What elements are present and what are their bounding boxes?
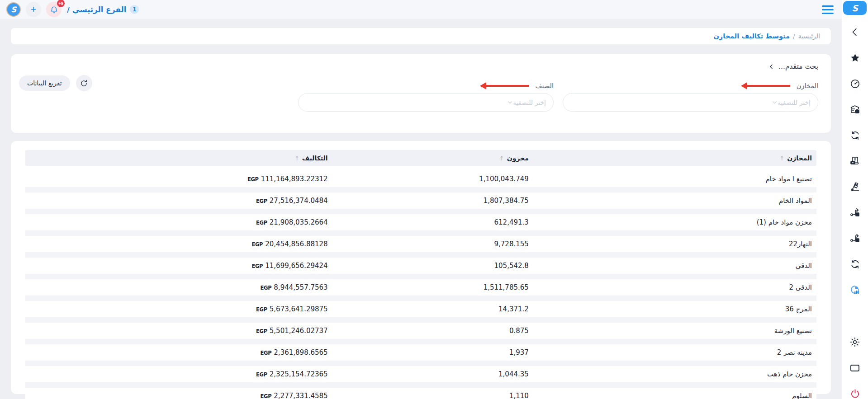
chevron-left-icon — [768, 64, 774, 70]
advanced-search-label: بحث متقدم... — [778, 62, 818, 70]
cost-value: EGP111,164,893.22312 — [25, 175, 332, 183]
table-header-row: المخازن ↑ مخزون ↑ التكاليف ↑ — [25, 150, 816, 166]
table-row[interactable]: المواد الخام 1,807,384.75 EGP27,516,374.… — [25, 192, 816, 209]
currency-label: EGP — [256, 198, 267, 204]
collapse-chevron-icon[interactable] — [849, 27, 860, 38]
sort-up-icon: ↑ — [499, 155, 504, 162]
warehouse-name: تصنيع الورشة — [533, 327, 816, 335]
add-button[interactable]: + — [26, 2, 41, 17]
advanced-search-toggle[interactable]: بحث متقدم... — [24, 62, 818, 70]
currency-label: EGP — [251, 241, 263, 248]
warehouse-name: مخزن خام ذهب — [533, 370, 816, 378]
cost-value: EGP21,908,035.2664 — [25, 218, 332, 226]
stock-value: 105,542.8 — [332, 262, 533, 270]
warehouses-filter-label: المخازن — [797, 82, 818, 89]
sort-up-icon: ↑ — [294, 155, 299, 162]
breadcrumb-separator: / — [793, 33, 795, 40]
annotation-arrow-icon — [747, 85, 790, 87]
warehouse-name: الدقى 2 — [533, 283, 816, 291]
select-placeholder: إختر للتصفية — [513, 99, 546, 106]
table-row[interactable]: مخزن خام ذهب 1,044.35 EGP2,325,154.72365 — [25, 366, 816, 382]
currency-label: EGP — [261, 393, 272, 399]
table-row[interactable]: مدينه نصر 2 1,937 EGP2,361,898.6565 — [25, 344, 816, 361]
cost-number: 111,164,893.22312 — [261, 175, 328, 183]
table-row[interactable]: تصنيع ا مواد خام 1,100,043.749 EGP111,16… — [25, 171, 816, 187]
annotation-arrow-icon — [486, 85, 529, 87]
stock-value: 1,511,785.65 — [332, 283, 533, 291]
filter-labels-row: المخازن الصنف — [24, 82, 818, 89]
table-row[interactable]: السلوم 1,110 EGP2,277,331.4585 — [25, 388, 816, 399]
cost-value: EGP20,454,856.88128 — [25, 240, 332, 248]
stock-value: 0.875 — [332, 327, 533, 335]
table-row[interactable]: المرج 36 14,371.2 EGP5,673,641.29875 — [25, 301, 816, 317]
warehouse-briefcase-icon[interactable] — [849, 104, 860, 115]
item-filter-label: الصنف — [536, 82, 554, 89]
select-placeholder: إختر للتصفية — [778, 99, 811, 106]
notification-count-badge: +9 — [57, 0, 65, 7]
refresh-icon — [80, 80, 88, 87]
cost-number: 2,361,898.6565 — [274, 348, 327, 357]
branch-breadcrumb[interactable]: 1 الفرع الرئيسي / — [67, 5, 139, 14]
cost-number: 8,944,557.7563 — [274, 283, 327, 291]
table-row[interactable]: تصنيع الورشة 0.875 EGP5,501,246.02737 — [25, 323, 816, 339]
filter-selects-row: إختر للتصفية إختر للتصفية — [24, 93, 818, 112]
column-header-stock[interactable]: مخزون ↑ — [332, 155, 533, 162]
refresh-button[interactable] — [76, 75, 92, 91]
warehouse-name: النهار22 — [533, 240, 816, 248]
cost-value: EGP5,501,246.02737 — [25, 327, 332, 335]
warehouse-name: تصنيع ا مواد خام — [533, 175, 816, 183]
table-row[interactable]: النهار22 9,728.155 EGP20,454,856.88128 — [25, 236, 816, 252]
breadcrumb-home-link[interactable]: الرئيسية — [798, 33, 820, 40]
cost-value: EGP8,944,557.7563 — [25, 283, 332, 291]
column-header-costs[interactable]: التكاليف ↑ — [25, 155, 332, 162]
currency-label: EGP — [247, 176, 259, 183]
warehouse-name: مدينه نصر 2 — [533, 348, 816, 357]
item-filter-select[interactable]: إختر للتصفية — [298, 93, 554, 112]
currency-label: EGP — [261, 350, 272, 356]
warehouse-name: المواد الخام — [533, 197, 816, 205]
header-label: التكاليف — [302, 155, 328, 162]
notifications-button[interactable]: +9 — [46, 2, 62, 17]
table-row[interactable]: الدقى 105,542.8 EGP11,699,656.29424 — [25, 258, 816, 274]
cost-value: EGP2,361,898.6565 — [25, 348, 332, 357]
column-header-warehouses[interactable]: المخازن ↑ — [533, 155, 816, 162]
receipt-money-icon[interactable] — [849, 155, 860, 166]
cost-value: EGP2,277,331.4585 — [25, 392, 332, 399]
warehouse-name: السلوم — [533, 392, 816, 399]
table-row[interactable]: مخزن مواد خام (1) 612,491.3 EGP21,908,03… — [25, 214, 816, 230]
dashboard-gauge-icon[interactable] — [849, 78, 860, 89]
table-row[interactable]: الدقى 2 1,511,785.65 EGP8,944,557.7563 — [25, 279, 816, 296]
power-icon[interactable] — [849, 388, 860, 399]
pie-chart-stats-icon[interactable] — [849, 284, 860, 295]
bell-icon — [50, 5, 58, 14]
currency-label: EGP — [251, 263, 263, 269]
branch-count-badge: 1 — [130, 5, 139, 14]
brand-logo-icon[interactable]: S — [843, 1, 867, 15]
breadcrumb: الرئيسية / متوسط تكاليف المخازن — [11, 28, 831, 44]
cost-number: 11,699,656.29424 — [265, 262, 327, 270]
currency-label: EGP — [256, 328, 267, 334]
stock-value: 612,491.3 — [332, 218, 533, 226]
chevron-down-icon — [772, 99, 778, 105]
workflow-route-icon-2[interactable] — [849, 233, 860, 244]
warehouses-filter-select[interactable]: إختر للتصفية — [563, 93, 818, 112]
stock-value: 1,044.35 — [332, 370, 533, 378]
handtruck-boxes-icon[interactable] — [849, 181, 860, 192]
clear-data-button[interactable]: تفريغ البيانات — [19, 75, 70, 91]
stock-value: 1,807,384.75 — [332, 197, 533, 205]
currency-label: EGP — [256, 220, 267, 226]
settings-gear-icon[interactable] — [849, 337, 860, 347]
stock-value: 14,371.2 — [332, 305, 533, 313]
sync-arrows-icon[interactable] — [849, 130, 860, 141]
app-logo-icon[interactable]: S — [6, 2, 21, 17]
header-label: مخزون — [507, 155, 529, 162]
sync-arrows-icon-2[interactable] — [849, 258, 860, 269]
menu-toggle-button[interactable] — [822, 5, 834, 14]
main-column: S + +9 1 الفرع الرئيسي / الرئيسية / متوس… — [0, 0, 842, 399]
icon-sidebar: S — [842, 0, 868, 399]
window-frame-icon[interactable] — [849, 362, 860, 373]
workflow-route-icon[interactable] — [849, 207, 860, 218]
favorites-star-icon[interactable] — [849, 52, 860, 63]
filter-actions: تفريغ البيانات — [19, 75, 92, 91]
cost-number: 27,516,374.0484 — [270, 197, 328, 205]
